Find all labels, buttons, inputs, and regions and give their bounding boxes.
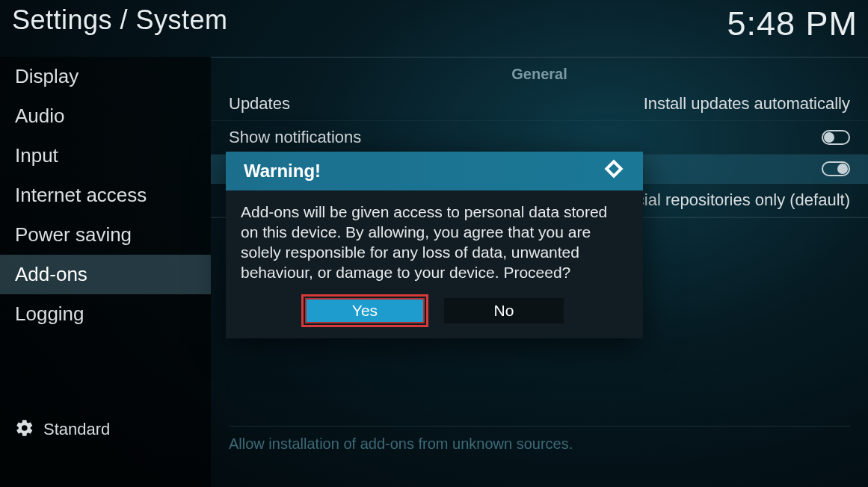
sidebar-item-input[interactable]: Input: [0, 136, 211, 176]
toggle-on-icon[interactable]: [822, 161, 850, 176]
gear-icon: [15, 418, 34, 441]
sidebar-item-internet-access[interactable]: Internet access: [0, 176, 211, 215]
header: Settings / System 5:48 PM: [0, 0, 868, 57]
kodi-logo-icon: [603, 158, 625, 184]
sidebar-item-display[interactable]: Display: [0, 57, 211, 96]
setting-label: Updates: [229, 94, 290, 114]
sidebar: Display Audio Input Internet access Powe…: [0, 57, 211, 487]
setting-show-notifications[interactable]: Show notifications: [211, 121, 868, 155]
settings-level-label: Standard: [43, 420, 110, 439]
sidebar-item-add-ons[interactable]: Add-ons: [0, 255, 211, 294]
setting-label: Show notifications: [229, 128, 361, 147]
setting-updates[interactable]: Updates Install updates automatically: [211, 87, 868, 121]
sidebar-item-power-saving[interactable]: Power saving: [0, 215, 211, 255]
clock: 5:48 PM: [727, 4, 858, 43]
dialog-buttons: Yes No: [226, 298, 643, 338]
dialog-title-bar: Warning!: [226, 152, 643, 190]
breadcrumb: Settings / System: [12, 4, 228, 36]
footer-hint: Allow installation of add-ons from unkno…: [229, 426, 850, 453]
warning-dialog: Warning! Add-ons will be given access to…: [226, 152, 643, 338]
toggle-off-icon[interactable]: [822, 130, 850, 145]
settings-level[interactable]: Standard: [0, 411, 211, 448]
yes-button[interactable]: Yes: [305, 298, 425, 323]
setting-value: Official repositories only (default): [611, 190, 850, 210]
dialog-body: Add-ons will be given access to personal…: [226, 190, 643, 298]
sidebar-item-audio[interactable]: Audio: [0, 96, 211, 136]
dialog-title: Warning!: [244, 161, 321, 182]
section-header: General: [211, 57, 868, 87]
no-button[interactable]: No: [444, 298, 564, 323]
setting-value: Install updates automatically: [644, 94, 850, 114]
sidebar-item-logging[interactable]: Logging: [0, 294, 211, 334]
